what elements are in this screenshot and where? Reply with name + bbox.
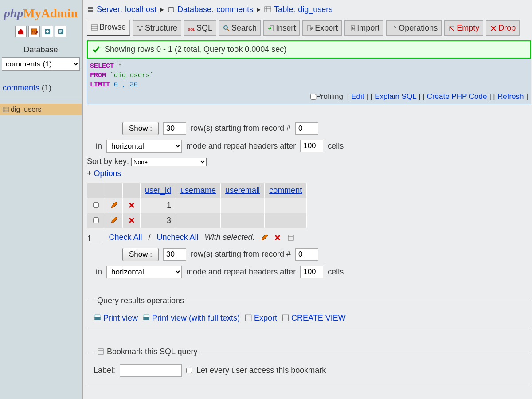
database-icon — [168, 6, 175, 13]
show-button[interactable]: Show : — [122, 122, 159, 135]
profiling-label[interactable]: Profiling — [316, 92, 343, 101]
start-record-input[interactable] — [295, 248, 318, 261]
sort-key-select[interactable]: None — [131, 158, 207, 166]
bookmark-legend-text: Bookmark this SQL query — [107, 347, 197, 356]
row-checkbox[interactable] — [93, 202, 99, 208]
table-icon — [264, 6, 271, 13]
row-edit[interactable] — [105, 198, 123, 213]
row-checkbox[interactable] — [93, 217, 99, 223]
cells-text: cells — [328, 267, 344, 277]
pencil-icon — [110, 217, 117, 224]
table-row: 1 — [87, 198, 307, 213]
uncheck-all-link[interactable]: Uncheck All — [157, 233, 199, 242]
print-view-full-link[interactable]: Print view (with full texts) — [142, 313, 240, 323]
options-link[interactable]: Options — [94, 169, 121, 178]
th-username[interactable]: username — [176, 183, 221, 198]
repeat-headers-input[interactable] — [300, 266, 323, 278]
tab-operations[interactable]: Operations — [386, 20, 442, 36]
th-username-link[interactable]: username — [180, 186, 216, 195]
delete-icon[interactable] — [274, 234, 281, 241]
query-icon[interactable] — [42, 26, 53, 37]
tab-insert[interactable]: Insert — [263, 20, 300, 36]
svg-point-22 — [224, 26, 227, 29]
cell-useremail — [221, 198, 265, 213]
docs-icon[interactable] — [55, 26, 66, 37]
bookmark-label-input[interactable] — [120, 364, 182, 377]
nav-icons: SQL — [0, 26, 82, 37]
table-row: 3 — [87, 213, 307, 228]
th-user-id-link[interactable]: user_id — [145, 186, 171, 195]
explain-link[interactable]: Explain SQL — [375, 92, 416, 101]
sort-label: Sort by key: — [87, 157, 129, 166]
sql-query-box: SELECT * FROM `dig_users` LIMIT 0 , 30 P… — [87, 59, 531, 104]
tab-export[interactable]: Export — [302, 20, 342, 36]
th-useremail[interactable]: useremail — [221, 183, 265, 198]
th-user-id[interactable]: user_id — [141, 183, 176, 198]
rows-mid-text: row(s) starting from record # — [191, 124, 291, 133]
tab-sql[interactable]: SQLSQL — [184, 20, 216, 36]
create-view-label: CREATE VIEW — [291, 313, 346, 323]
show-button[interactable]: Show : — [122, 248, 159, 261]
th-comment-link[interactable]: comment — [269, 186, 302, 195]
svg-point-11 — [168, 7, 174, 8]
drop-icon — [490, 25, 497, 32]
bookmark-fieldset: Bookmark this SQL query Label: Let every… — [87, 347, 531, 383]
browse-icon — [91, 24, 98, 31]
bookmark-public-checkbox[interactable] — [186, 368, 192, 373]
php-code-link[interactable]: Create PHP Code — [427, 92, 487, 101]
bookmark-legend: Bookmark this SQL query — [94, 347, 201, 356]
tab-empty[interactable]: Empty — [444, 20, 483, 36]
logout-icon[interactable]: SQL — [28, 26, 40, 37]
server-icon — [87, 6, 94, 13]
database-select[interactable]: comments (1) — [2, 57, 80, 71]
check-all-row: ↑__ Check All / Uncheck All With selecte… — [87, 232, 531, 243]
sql-kw-from: FROM — [90, 72, 106, 79]
tab-browse[interactable]: Browse — [87, 20, 130, 36]
tab-structure[interactable]: Structure — [133, 20, 181, 36]
th-useremail-link[interactable]: useremail — [225, 186, 260, 195]
mode-select[interactable]: horizontal — [106, 140, 182, 153]
pencil-icon[interactable] — [261, 234, 268, 241]
tab-search[interactable]: Search — [219, 20, 261, 36]
sidebar-table-item[interactable]: dig_users — [0, 104, 82, 115]
start-record-input[interactable] — [295, 122, 318, 135]
home-icon[interactable] — [15, 26, 27, 37]
bc-db-link[interactable]: comments — [216, 5, 253, 14]
database-link-text[interactable]: comments — [3, 83, 39, 92]
check-all-link[interactable]: Check All — [109, 233, 142, 242]
repeat-headers-input[interactable] — [300, 140, 323, 152]
refresh-link[interactable]: Refresh — [497, 92, 524, 101]
success-message: Showing rows 0 - 1 (2 total, Query took … — [87, 40, 531, 59]
svg-point-3 — [46, 30, 49, 33]
svg-rect-18 — [137, 26, 139, 27]
mode-mid-text: mode and repeat headers after — [186, 267, 296, 277]
print-view-full-label: Print view (with full texts) — [152, 313, 240, 323]
rows-input[interactable] — [163, 248, 186, 261]
mode-select[interactable]: horizontal — [106, 266, 182, 278]
database-link[interactable]: comments (1) — [0, 82, 82, 94]
logo-my: My — [23, 6, 41, 20]
row-delete[interactable] — [123, 213, 141, 228]
tab-drop[interactable]: Drop — [486, 20, 520, 36]
export-icon[interactable] — [287, 234, 294, 241]
edit-link[interactable]: Edit — [351, 92, 364, 101]
breadcrumb: Server: localhost ▸ Database: comments ▸… — [87, 4, 531, 14]
export-label: Export — [254, 313, 277, 323]
th-comment[interactable]: comment — [265, 183, 307, 198]
th-checkbox — [87, 183, 105, 198]
svg-rect-32 — [94, 317, 101, 320]
table-icon — [3, 106, 9, 113]
rows-input[interactable] — [163, 122, 186, 135]
row-delete[interactable] — [123, 198, 141, 213]
cell-comment — [265, 198, 307, 213]
print-view-link[interactable]: Print view — [94, 313, 138, 323]
view-icon — [282, 314, 289, 322]
create-view-link[interactable]: CREATE VIEW — [282, 313, 346, 323]
row-edit[interactable] — [105, 213, 123, 228]
tab-import[interactable]: Import — [344, 20, 383, 36]
export-link[interactable]: Export — [244, 313, 277, 323]
bc-table-link[interactable]: dig_users — [298, 5, 332, 14]
profiling-checkbox[interactable] — [310, 94, 316, 100]
svg-rect-35 — [245, 315, 251, 321]
bc-server-link[interactable]: localhost — [125, 5, 156, 14]
